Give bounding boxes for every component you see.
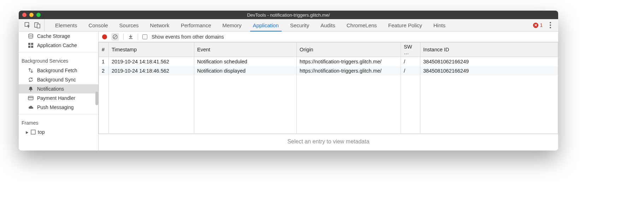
tab-audits[interactable]: Audits (315, 19, 341, 31)
col-origin[interactable]: Origin (297, 42, 401, 57)
sidebar-item-bg-sync[interactable]: Background Sync (19, 75, 98, 84)
error-count-value: 1 (540, 22, 543, 28)
tab-feature-policy[interactable]: Feature Policy (383, 19, 428, 31)
devtools-tabbar: Elements Console Sources Network Perform… (19, 19, 558, 32)
more-menu-icon[interactable] (547, 22, 554, 28)
sidebar-item-label: Notifications (37, 86, 64, 92)
events-toolbar: Show events from other domains (99, 32, 558, 42)
tab-application[interactable]: Application (247, 19, 284, 31)
sidebar-item-label: Payment Handler (37, 95, 75, 101)
tab-performance[interactable]: Performance (175, 19, 217, 31)
titlebar: DevTools - notification-triggers.glitch.… (19, 11, 558, 19)
events-table: # Timestamp Event Origin SW … Instance I… (99, 42, 558, 134)
sidebar-item-cache-storage[interactable]: Cache Storage (19, 32, 98, 41)
sidebar-item-notifications[interactable]: Notifications (19, 84, 98, 93)
col-event[interactable]: Event (194, 42, 297, 57)
sidebar-item-label: Background Sync (37, 77, 76, 83)
tab-hints[interactable]: Hints (428, 19, 451, 31)
svg-rect-6 (28, 46, 30, 48)
error-count[interactable]: ✕ 1 (533, 22, 543, 28)
bell-icon (28, 86, 34, 92)
show-other-domains-label: Show events from other domains (152, 34, 224, 40)
svg-line-13 (114, 35, 117, 38)
svg-rect-5 (31, 43, 33, 45)
sidebar-item-push[interactable]: Push Messaging (19, 103, 98, 112)
devtools-window: DevTools - notification-triggers.glitch.… (19, 11, 558, 150)
table-header-row: # Timestamp Event Origin SW … Instance I… (99, 42, 558, 57)
col-num[interactable]: # (99, 42, 109, 57)
sidebar-item-label: Application Cache (37, 42, 77, 48)
inspect-icon[interactable] (24, 22, 31, 28)
transfer-icon (28, 68, 34, 73)
sidebar-item-app-cache[interactable]: Application Cache (19, 41, 98, 50)
tab-sources[interactable]: Sources (114, 19, 144, 31)
sidebar-item-frame-top[interactable]: ▶ top (19, 128, 98, 136)
credit-card-icon (28, 95, 34, 101)
col-instance[interactable]: Instance ID (420, 42, 558, 57)
svg-point-3 (29, 34, 33, 35)
table-row[interactable]: 1 2019-10-24 14:18:41.562 Notification s… (99, 57, 558, 66)
tab-chromelens[interactable]: ChromeLens (341, 19, 383, 31)
sidebar-item-label: Cache Storage (37, 33, 70, 39)
sidebar-item-bg-fetch[interactable]: Background Fetch (19, 66, 98, 75)
frame-icon (31, 130, 36, 135)
svg-rect-4 (28, 43, 30, 45)
panel-tabs: Elements Console Sources Network Perform… (49, 19, 451, 31)
main-panel: Show events from other domains # Timesta… (99, 32, 558, 150)
svg-rect-10 (28, 97, 33, 98)
svg-point-8 (30, 90, 31, 91)
sidebar-item-label: Push Messaging (37, 104, 74, 110)
device-toggle-icon[interactable] (34, 22, 41, 28)
clear-button[interactable] (111, 33, 119, 41)
sidebar-item-payment[interactable]: Payment Handler (19, 93, 98, 103)
error-icon: ✕ (533, 23, 538, 28)
sidebar-group-frames: Frames (19, 116, 98, 128)
sidebar-item-label: Background Fetch (37, 68, 77, 73)
svg-rect-11 (31, 130, 35, 134)
col-sw[interactable]: SW … (401, 42, 420, 57)
table-empty-area (99, 75, 558, 134)
show-other-domains-checkbox[interactable] (142, 34, 147, 39)
database-icon (28, 33, 34, 39)
window-title: DevTools - notification-triggers.glitch.… (19, 12, 558, 18)
sync-icon (28, 77, 34, 83)
tab-memory[interactable]: Memory (217, 19, 247, 31)
col-timestamp[interactable]: Timestamp (109, 42, 194, 57)
sidebar-group-bg-services: Background Services (19, 55, 98, 66)
metadata-placeholder: Select an entry to view metadata (99, 134, 558, 150)
tab-security[interactable]: Security (284, 19, 315, 31)
sidebar-item-label: top (38, 129, 45, 135)
scrollbar-thumb[interactable] (95, 92, 98, 105)
svg-rect-2 (37, 24, 40, 28)
table-row[interactable]: 2 2019-10-24 14:18:46.562 Notification d… (99, 66, 558, 75)
application-sidebar: Cache Storage Application Cache Backgrou… (19, 32, 99, 150)
tab-network[interactable]: Network (144, 19, 175, 31)
grid-icon (28, 42, 34, 48)
tab-console[interactable]: Console (83, 19, 114, 31)
disclosure-triangle-icon[interactable]: ▶ (26, 130, 29, 134)
record-button[interactable] (102, 34, 107, 39)
download-button[interactable] (128, 34, 134, 40)
cloud-icon (28, 104, 34, 110)
tab-elements[interactable]: Elements (49, 19, 83, 31)
svg-rect-7 (31, 46, 33, 48)
